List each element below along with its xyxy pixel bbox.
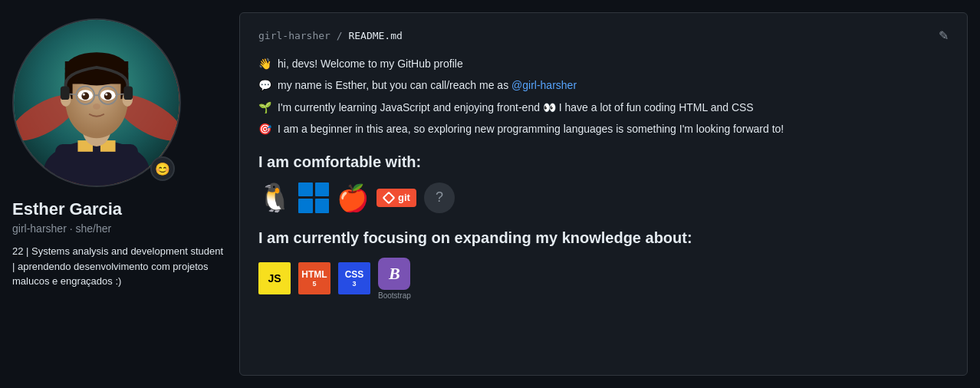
list-item: 💬 my name is Esther, but you can call/re… xyxy=(258,77,949,94)
svg-rect-5 xyxy=(55,144,138,186)
apple-icon: 🍎 xyxy=(337,182,369,214)
bullet-icon: 💬 xyxy=(258,77,271,94)
bullet-icon: 🎯 xyxy=(258,120,271,137)
tech-row-2: JS HTML 5 CSS 3 B Bootstrap xyxy=(258,258,949,300)
list-item: 🎯 I am a beginner in this area, so explo… xyxy=(258,120,949,137)
edit-icon[interactable]: ✎ xyxy=(939,28,949,43)
linux-icon: 🐧 xyxy=(258,182,291,214)
bootstrap-label: Bootstrap xyxy=(378,291,411,300)
svg-rect-29 xyxy=(123,86,133,100)
bullet-icon: 🌱 xyxy=(258,99,271,116)
user-name: Esther Garcia xyxy=(12,199,227,219)
windows-icon xyxy=(298,182,329,213)
readme-panel: girl-harsher / README.md ✎ 👋 hi, devs! W… xyxy=(239,12,968,376)
svg-point-21 xyxy=(105,94,107,96)
bootstrap-icon: B xyxy=(378,258,410,290)
js-badge: JS xyxy=(258,262,291,294)
user-handle: girl-harsher · she/her xyxy=(12,222,227,235)
bullet-icon: 👋 xyxy=(258,55,271,72)
svg-point-18 xyxy=(81,92,89,100)
main-layout: 😊 Esther Garcia girl-harsher · she/her 2… xyxy=(0,0,980,388)
list-item: 👋 hi, devs! Welcome to my GitHub profile xyxy=(258,55,949,72)
emoji-button[interactable]: 😊 xyxy=(150,156,175,181)
readme-path: girl-harsher / README.md xyxy=(258,30,403,41)
section2-title: I am currently focusing on expanding my … xyxy=(258,229,949,247)
avatar-container: 😊 xyxy=(12,18,181,187)
unknown-icon: ? xyxy=(424,182,455,213)
sidebar: 😊 Esther Garcia girl-harsher · she/her 2… xyxy=(12,12,227,376)
svg-point-27 xyxy=(93,104,100,110)
list-item: 🌱 I'm currently learning JavaScript and … xyxy=(258,99,949,116)
readme-header: girl-harsher / README.md ✎ xyxy=(258,28,949,43)
section1-title: I am comfortable with: xyxy=(258,153,949,171)
html5-badge: HTML 5 xyxy=(298,262,331,294)
css3-badge: CSS 3 xyxy=(338,262,370,294)
user-bio: 22 | Systems analysis and development st… xyxy=(12,244,227,289)
git-badge: git xyxy=(377,189,416,207)
bootstrap-badge: B Bootstrap xyxy=(378,258,411,300)
svg-point-19 xyxy=(104,92,112,100)
readme-list: 👋 hi, devs! Welcome to my GitHub profile… xyxy=(258,55,949,138)
svg-point-20 xyxy=(83,94,85,96)
svg-rect-28 xyxy=(61,86,70,100)
git-diamond-icon xyxy=(383,192,395,204)
tech-row-1: 🐧 🍎 git ? xyxy=(258,182,949,214)
